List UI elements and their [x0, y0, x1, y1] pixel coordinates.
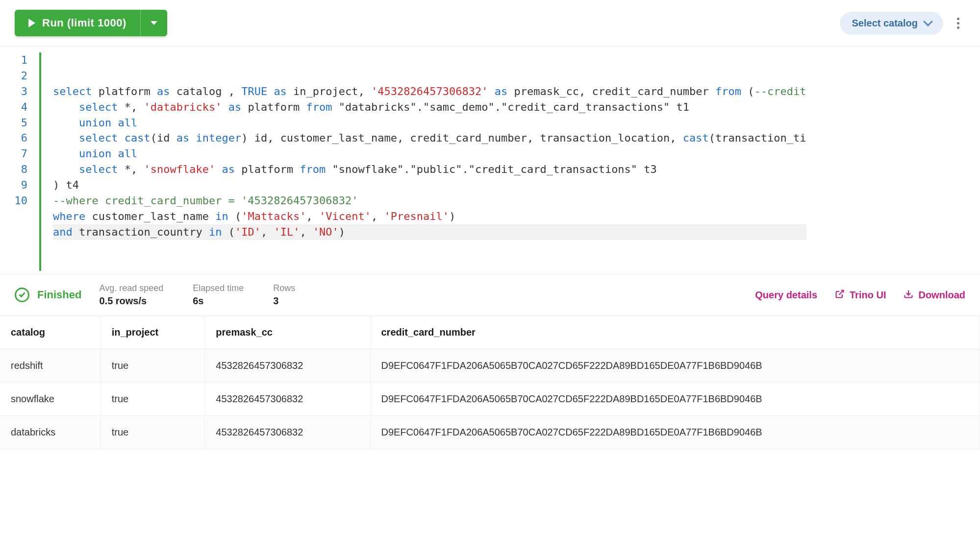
external-link-icon [835, 289, 845, 301]
run-button-label: Run (limit 1000) [42, 17, 126, 29]
code-line[interactable]: union all [53, 115, 806, 131]
line-number: 5 [9, 115, 30, 131]
select-catalog-button[interactable]: Select catalog [840, 12, 943, 35]
download-label: Download [918, 290, 965, 301]
table-cell: 4532826457306832 [205, 416, 370, 449]
status-left: Finished [15, 288, 81, 302]
code-line[interactable]: select cast(id as integer) id, customer_… [53, 130, 806, 146]
code-area[interactable]: select platform as catalog , TRUE as in_… [39, 52, 806, 271]
table-cell: D9EFC0647F1FDA206A5065B70CA027CD65F222DA… [370, 416, 980, 449]
sql-editor[interactable]: 12345678910 select platform as catalog ,… [0, 47, 980, 274]
line-number: 9 [9, 177, 30, 193]
more-options-button[interactable] [951, 14, 965, 33]
column-header[interactable]: in_project [101, 316, 205, 349]
metric-label: Rows [273, 283, 295, 293]
download-link[interactable]: Download [904, 289, 965, 301]
metric-value: 6s [193, 295, 244, 307]
select-catalog-label: Select catalog [852, 18, 918, 29]
line-number: 4 [9, 99, 30, 115]
table-cell: true [101, 383, 205, 416]
run-dropdown-button[interactable] [140, 10, 167, 36]
line-number: 10 [9, 193, 30, 209]
code-line[interactable]: union all [53, 146, 806, 162]
trino-ui-link[interactable]: Trino UI [835, 289, 886, 301]
trino-ui-label: Trino UI [850, 290, 886, 301]
run-button-group: Run (limit 1000) [15, 10, 167, 36]
table-cell: 4532826457306832 [205, 383, 370, 416]
run-button[interactable]: Run (limit 1000) [15, 10, 140, 36]
table-row[interactable]: databrickstrue4532826457306832D9EFC0647F… [0, 416, 980, 449]
kebab-dot-icon [957, 26, 959, 29]
play-icon [28, 19, 35, 27]
check-circle-icon [15, 288, 29, 302]
status-bar: Finished Avg. read speed0.5 rows/sElapse… [0, 274, 980, 316]
table-cell: 4532826457306832 [205, 349, 370, 383]
code-line[interactable]: ) t4 [53, 177, 806, 193]
metric: Avg. read speed0.5 rows/s [99, 283, 163, 307]
code-line[interactable]: select *, 'databricks' as platform from … [53, 99, 806, 115]
line-number: 8 [9, 162, 30, 177]
svg-line-0 [839, 290, 843, 294]
line-gutter: 12345678910 [0, 52, 39, 271]
column-header[interactable]: catalog [0, 316, 101, 349]
chevron-down-icon [923, 17, 933, 26]
table-row[interactable]: redshifttrue4532826457306832D9EFC0647F1F… [0, 349, 980, 383]
table-cell: redshift [0, 349, 101, 383]
metric: Elapsed time6s [193, 283, 244, 307]
status-text: Finished [37, 289, 81, 301]
table-cell: snowflake [0, 383, 101, 416]
line-number: 2 [9, 68, 30, 84]
query-details-label: Query details [755, 290, 817, 301]
metric-value: 3 [273, 295, 295, 307]
metric-value: 0.5 rows/s [99, 295, 163, 307]
line-number: 3 [9, 84, 30, 99]
table-row[interactable]: snowflaketrue4532826457306832D9EFC0647F1… [0, 383, 980, 416]
table-cell: D9EFC0647F1FDA206A5065B70CA027CD65F222DA… [370, 349, 980, 383]
results-table: catalogin_projectpremask_cccredit_card_n… [0, 316, 980, 449]
caret-down-icon [151, 21, 157, 25]
line-number: 7 [9, 146, 30, 162]
download-icon [904, 289, 913, 301]
status-right: Query details Trino UI Download [755, 289, 965, 301]
column-header[interactable]: premask_cc [205, 316, 370, 349]
code-line[interactable]: where customer_last_name in ('Mattacks',… [53, 209, 806, 224]
kebab-dot-icon [957, 18, 959, 20]
toolbar: Run (limit 1000) Select catalog [0, 0, 980, 47]
metric-label: Avg. read speed [99, 283, 163, 293]
code-line[interactable]: and transaction_country in ('ID', 'IL', … [53, 224, 806, 240]
code-line[interactable]: select *, 'snowflake' as platform from "… [53, 162, 806, 177]
line-number: 6 [9, 130, 30, 146]
table-cell: true [101, 416, 205, 449]
table-cell: true [101, 349, 205, 383]
metric: Rows3 [273, 283, 295, 307]
table-cell: databricks [0, 416, 101, 449]
line-number: 1 [9, 52, 30, 68]
code-line[interactable]: select platform as catalog , TRUE as in_… [53, 84, 806, 99]
kebab-dot-icon [957, 22, 959, 24]
query-details-link[interactable]: Query details [755, 290, 817, 301]
column-header[interactable]: credit_card_number [370, 316, 980, 349]
metric-label: Elapsed time [193, 283, 244, 293]
table-cell: D9EFC0647F1FDA206A5065B70CA027CD65F222DA… [370, 383, 980, 416]
code-line[interactable]: --where credit_card_number = '4532826457… [53, 193, 806, 209]
